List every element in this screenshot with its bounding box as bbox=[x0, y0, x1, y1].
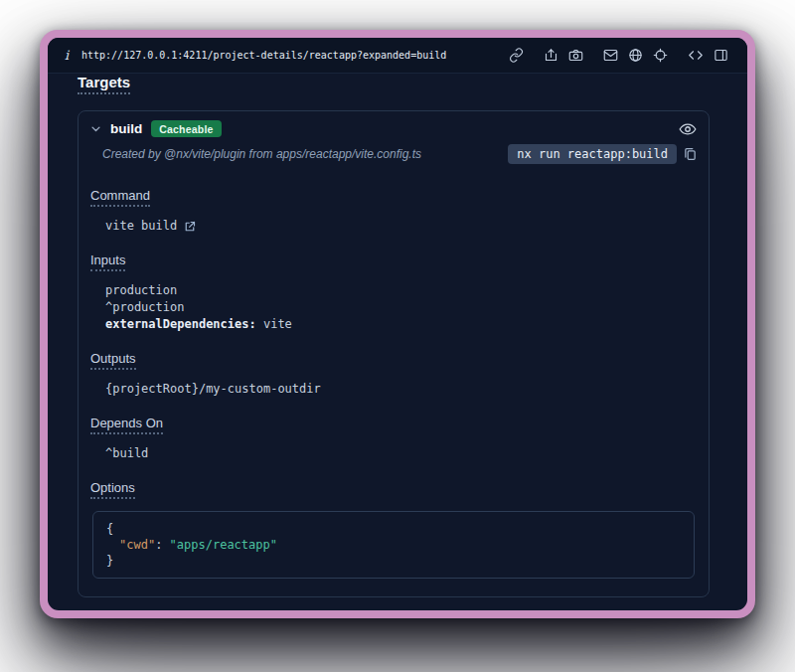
chevron-down-icon bbox=[90, 123, 101, 134]
input-item: externalDependencies: vite bbox=[105, 316, 697, 333]
depends-on-label: Depends On bbox=[90, 416, 163, 434]
options-label: Options bbox=[90, 480, 135, 499]
outputs-section: Outputs {projectRoot}/my-custom-outdir bbox=[90, 349, 697, 398]
info-icon: i bbox=[62, 48, 72, 63]
options-section: Options { "cwd": "apps/reactapp" } bbox=[90, 478, 697, 579]
json-value: "apps/reactapp" bbox=[170, 538, 277, 552]
page-title: Targets bbox=[78, 74, 130, 94]
command-section: Command vite build bbox=[90, 186, 697, 235]
input-item: ^production bbox=[105, 299, 697, 316]
copy-icon[interactable] bbox=[684, 147, 697, 161]
titlebar-actions bbox=[504, 48, 733, 63]
inputs-section: Inputs production ^production externalDe… bbox=[90, 251, 697, 333]
eye-icon[interactable] bbox=[679, 122, 697, 136]
window-inner: i http://127.0.0.1:4211/project-details/… bbox=[48, 38, 747, 610]
camera-icon[interactable] bbox=[563, 48, 588, 63]
depends-on-section: Depends On ^build bbox=[90, 414, 697, 462]
json-line: "cwd": "apps/reactapp" bbox=[106, 537, 681, 553]
input-item: production bbox=[105, 282, 697, 299]
target-name: build bbox=[110, 121, 142, 136]
command-label: Command bbox=[90, 188, 150, 207]
titlebar: i http://127.0.0.1:4211/project-details/… bbox=[48, 38, 747, 74]
json-line: } bbox=[106, 553, 681, 569]
code-icon[interactable] bbox=[683, 48, 709, 63]
run-command-chip: nx run reactapp:build bbox=[508, 144, 677, 164]
mail-icon[interactable] bbox=[598, 48, 623, 63]
external-link-icon[interactable] bbox=[184, 221, 196, 233]
input-ext-key: externalDependencies: bbox=[105, 317, 256, 331]
created-by-text: Created by @nx/vite/plugin from apps/rea… bbox=[102, 147, 421, 161]
target-details: Command vite build Inputs production bbox=[79, 174, 709, 596]
output-item: {projectRoot}/my-custom-outdir bbox=[105, 381, 697, 398]
layout-icon[interactable] bbox=[709, 48, 733, 63]
command-value: vite build bbox=[105, 218, 177, 235]
json-line: { bbox=[106, 521, 681, 537]
json-key: "cwd" bbox=[119, 538, 155, 552]
outputs-label: Outputs bbox=[90, 351, 136, 370]
browser-window: i http://127.0.0.1:4211/project-details/… bbox=[40, 30, 755, 618]
globe-icon[interactable] bbox=[623, 48, 648, 63]
target-subheader: Created by @nx/vite/plugin from apps/rea… bbox=[79, 142, 709, 174]
address-bar[interactable]: http://127.0.0.1:4211/project-details/re… bbox=[81, 50, 446, 61]
depends-on-item: ^build bbox=[105, 445, 697, 462]
link-icon[interactable] bbox=[504, 48, 529, 63]
cacheable-badge: Cacheable bbox=[151, 120, 221, 137]
share-icon[interactable] bbox=[539, 48, 563, 63]
project-details-page: Targets build Cacheable Created by @nx/v… bbox=[48, 74, 747, 610]
target-header-build[interactable]: build Cacheable bbox=[79, 111, 709, 142]
inputs-label: Inputs bbox=[90, 252, 125, 271]
target-icon[interactable] bbox=[648, 48, 673, 63]
target-card-build: build Cacheable Created by @nx/vite/plug… bbox=[78, 110, 710, 597]
input-ext-value: vite bbox=[256, 317, 292, 331]
options-json: { "cwd": "apps/reactapp" } bbox=[92, 511, 695, 579]
json-separator: : bbox=[155, 538, 169, 552]
